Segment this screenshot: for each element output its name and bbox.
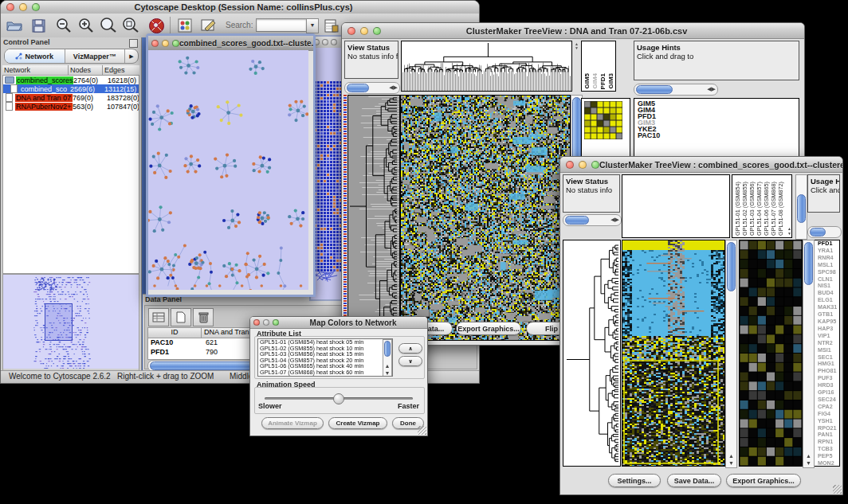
main-window-title: Cytoscape Desktop (Session Name: collins…	[40, 2, 447, 12]
search-input[interactable]	[256, 18, 307, 32]
zoom-button[interactable]	[172, 40, 179, 47]
row-id: PAC10	[148, 338, 203, 348]
vizmapper-icon[interactable]	[176, 17, 194, 34]
zoom-button[interactable]	[273, 319, 279, 326]
resize-grip[interactable]	[833, 485, 842, 494]
zoom-button[interactable]	[373, 27, 381, 35]
speed-slider-thumb[interactable]	[333, 393, 344, 404]
tv2-status-hscrollbar[interactable]: ◀▶	[563, 214, 622, 226]
tv2-heatmap-vscrollbar[interactable]: ▲▼	[725, 240, 737, 468]
map-colors-dialog: Map Colors to Network Attribute List GPL…	[249, 316, 428, 436]
gene-label: PFD1	[636, 113, 799, 119]
col-network[interactable]: Network	[2, 65, 69, 76]
close-button[interactable]	[6, 3, 14, 11]
window-controls[interactable]	[1, 3, 40, 11]
attribute-list-vscrollbar[interactable]: ▲▼	[383, 339, 392, 377]
minimize-button[interactable]	[263, 319, 269, 326]
close-button[interactable]	[151, 40, 159, 47]
attribute-browser-icon[interactable]	[323, 17, 340, 34]
tv2-label-arrows[interactable]: ▲▼	[787, 226, 791, 236]
zoom-button[interactable]	[591, 161, 599, 169]
zoom-selected-icon[interactable]	[100, 17, 117, 34]
network-row-selected[interactable]: combined_sco 2569(6) 13112(15)	[3, 84, 139, 93]
move-down-button[interactable]: ∨	[398, 356, 422, 366]
move-up-button[interactable]: ∧	[398, 343, 422, 354]
new-attribute-icon[interactable]	[171, 308, 191, 326]
tab-overflow-arrow[interactable]: ▶	[125, 49, 138, 63]
search-dropdown-button[interactable]: ▼	[306, 18, 319, 33]
network-row[interactable]: DNA and Tran 07 769(0) 183728(0)	[3, 93, 139, 102]
close-button[interactable]	[347, 27, 355, 35]
minimize-button[interactable]	[360, 27, 368, 35]
tv1-column-dendrogram[interactable]	[401, 41, 572, 92]
zoom-fit-icon[interactable]	[122, 17, 139, 34]
attribute-item[interactable]: GPL51-07 (GSM868) heat shock 60 min	[260, 369, 392, 376]
create-vizmap-button[interactable]: Create Vizmap	[328, 417, 387, 429]
network-view-canvas[interactable]	[148, 50, 308, 290]
tv2-heatmap-canvas	[622, 240, 724, 466]
tab-network[interactable]: Network	[5, 49, 65, 63]
status-welcome: Welcome to Cytoscape 2.6.2	[9, 372, 111, 381]
close-button[interactable]	[253, 319, 260, 326]
minimize-button[interactable]	[19, 3, 27, 11]
tv1-selection-strip	[344, 95, 347, 339]
network-name: combined_scores	[16, 76, 73, 84]
resize-grip[interactable]	[418, 426, 426, 435]
tv2-columns-vscrollbar[interactable]	[795, 174, 807, 240]
float-panel-icon[interactable]	[129, 39, 138, 48]
tv2-heatmap[interactable]	[622, 240, 725, 467]
annotation-icon[interactable]	[200, 17, 218, 34]
attribute-list[interactable]: GPL51-01 (GSM854) heat shock 05 minGPL51…	[257, 338, 393, 377]
minimize-button[interactable]	[162, 40, 169, 47]
table-mode-icon[interactable]	[148, 308, 169, 326]
desktop: { "colors": { "selection_blue": "#3a6cd8…	[0, 0, 848, 504]
column-label: GPL51-02 (GSM855)	[741, 182, 748, 236]
network-file-icon	[6, 102, 13, 111]
zoom-in-icon[interactable]	[77, 17, 95, 34]
tv1-row-dendrogram[interactable]	[347, 95, 400, 341]
network-row[interactable]: RNAPuberNov2+ 563(0) 107847(0)	[3, 102, 139, 111]
tv2-zoom-vscrollbar[interactable]: ▲▼	[803, 240, 815, 468]
delete-attribute-trash-icon[interactable]	[193, 308, 214, 326]
tv2-row-dendrogram[interactable]	[563, 240, 621, 467]
col-edges[interactable]: Edges	[103, 65, 139, 76]
tv1-heatmap-canvas	[401, 96, 570, 340]
tv2-settings-button[interactable]: Settings...	[608, 474, 661, 487]
zoom-button[interactable]	[331, 39, 337, 45]
zoom-out-icon[interactable]	[55, 17, 73, 34]
tv2-save-data-button[interactable]: Save Data...	[667, 474, 721, 487]
animate-vizmap-button[interactable]: Animate Vizmap	[261, 417, 324, 429]
col-nodes[interactable]: Nodes	[69, 65, 103, 76]
main-titlebar[interactable]: Cytoscape Desktop (Session Name: collins…	[1, 1, 479, 14]
tv1-view-status: View Status No status info f	[344, 41, 398, 79]
birdseye-view[interactable]	[2, 274, 139, 371]
column-label: GPL51-03 (GSM856)	[748, 182, 756, 236]
treeview2-window: ClusterMaker TreeView : combined_scores_…	[559, 156, 843, 495]
tv2-hints-hscrollbar[interactable]	[807, 226, 842, 238]
network-row-collection[interactable]: combined_scores 2764(0) 16218(0)	[3, 76, 139, 84]
gene-label: GIM5	[636, 100, 799, 107]
tv1-splitter-arrows[interactable]: ▲▼	[574, 41, 579, 93]
save-icon[interactable]	[29, 17, 47, 34]
tv2-zoom-heatmap[interactable]	[739, 240, 803, 467]
tv2-export-graphics-button[interactable]: Export Graphics...	[726, 474, 801, 487]
data-col-id[interactable]: ID	[148, 328, 202, 338]
tv1-export-graphics-button[interactable]: Export Graphics...	[456, 322, 521, 335]
minimize-button[interactable]	[322, 39, 328, 45]
tv2-column-dendrogram[interactable]	[622, 174, 730, 238]
network-file-icon	[10, 84, 18, 93]
tv1-hints-hscrollbar[interactable]: ◀▶	[634, 84, 718, 96]
network-view-window: combined_scores_good.txt--cluste...	[146, 33, 316, 297]
background-network-canvas	[311, 48, 343, 296]
help-lifesaver-icon[interactable]	[147, 17, 165, 34]
tv1-heatmap[interactable]	[400, 95, 571, 341]
tv1-status-hscrollbar[interactable]: ◀▶	[344, 82, 400, 94]
minimize-button[interactable]	[579, 161, 587, 169]
close-button[interactable]	[566, 161, 574, 169]
column-label: GIM3	[607, 73, 614, 89]
status-middle-hint: Middle-	[230, 372, 250, 381]
tab-vizmapper[interactable]: VizMapper™	[65, 49, 126, 63]
open-file-icon[interactable]	[6, 17, 23, 34]
zoom-button[interactable]	[32, 3, 40, 11]
network-view-title: combined_scores_good.txt--cluste...	[179, 39, 313, 48]
